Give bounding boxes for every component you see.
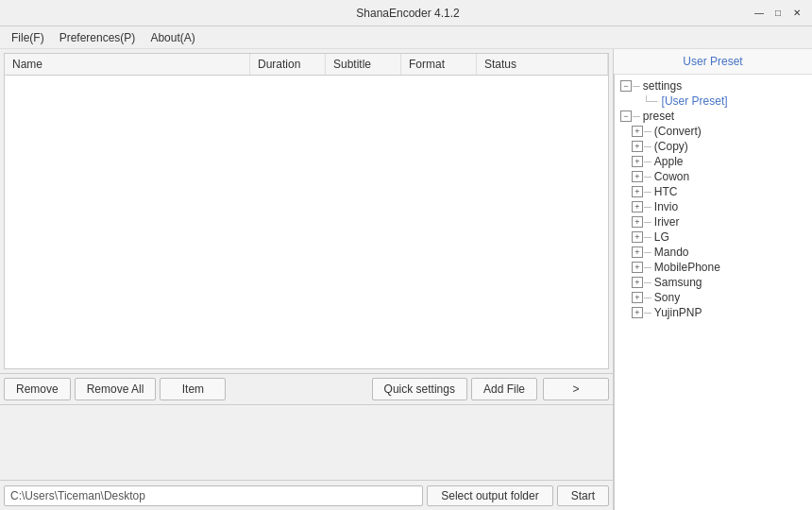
- tree-item-user-preset[interactable]: └─[User Preset]: [615, 94, 812, 109]
- tree-item-yujinpnp[interactable]: + ─ YujinPNP: [615, 305, 812, 320]
- tree-plus-icon: + ─: [632, 126, 652, 137]
- output-area: [0, 404, 613, 480]
- main-layout: Name Duration Subtitle Format Status Rem…: [0, 49, 812, 510]
- remove-button[interactable]: Remove: [4, 378, 71, 400]
- tree-label-apple: Apple: [654, 155, 684, 168]
- menu-about[interactable]: About(A): [143, 29, 202, 46]
- tree-label-convert: (Convert): [654, 125, 702, 138]
- close-button[interactable]: ✕: [789, 6, 804, 21]
- col-header-name: Name: [5, 54, 250, 75]
- file-list-container: Name Duration Subtitle Format Status: [4, 53, 609, 369]
- tree-plus-icon: + ─: [632, 141, 652, 152]
- tree-item-mobilephone[interactable]: + ─ MobilePhone: [615, 260, 812, 275]
- menu-preferences[interactable]: Preferences(P): [52, 29, 144, 46]
- tree-plus-icon: + ─: [632, 307, 652, 318]
- tree-expand-icon: − ─: [620, 110, 641, 122]
- tree-plus-icon: + ─: [632, 171, 652, 182]
- tree-plus-icon: + ─: [632, 292, 652, 303]
- tree-plus-icon: + ─: [632, 262, 652, 273]
- tree-label-mobilephone: MobilePhone: [654, 261, 720, 274]
- col-header-duration: Duration: [250, 54, 326, 75]
- select-output-folder-button[interactable]: Select output folder: [427, 485, 552, 506]
- tree-label-yujinpnp: YujinPNP: [654, 306, 702, 319]
- tree-item-apple[interactable]: + ─ Apple: [615, 154, 812, 169]
- right-panel: User Preset − ─ settings└─[User Preset] …: [614, 49, 812, 510]
- tree-item-sony[interactable]: + ─ Sony: [615, 290, 812, 305]
- preset-tree: − ─ settings└─[User Preset] − ─ preset +…: [614, 75, 812, 510]
- title-bar: ShanaEncoder 4.1.2 — □ ✕: [0, 0, 812, 26]
- chevron-button[interactable]: >: [543, 378, 609, 400]
- tree-label-samsung: Samsung: [654, 276, 702, 289]
- menu-file[interactable]: File(F): [4, 29, 52, 46]
- tree-line-icon: └─: [643, 95, 658, 107]
- remove-all-button[interactable]: Remove All: [75, 378, 157, 400]
- tree-label-preset: preset: [643, 110, 674, 123]
- tree-plus-icon: + ─: [632, 246, 652, 258]
- minimize-button[interactable]: —: [752, 6, 767, 21]
- tree-item-samsung[interactable]: + ─ Samsung: [615, 275, 812, 290]
- start-button[interactable]: Start: [557, 485, 609, 506]
- tree-label-sony: Sony: [654, 291, 680, 304]
- tree-label-user-preset: [User Preset]: [662, 94, 728, 108]
- bottom-bar: Select output folder Start: [0, 480, 613, 510]
- tree-item-cowon[interactable]: + ─ Cowon: [615, 169, 812, 184]
- tree-plus-icon: + ─: [632, 186, 652, 197]
- col-header-format: Format: [401, 54, 477, 75]
- quick-settings-button[interactable]: Quick settings: [372, 378, 467, 400]
- tree-plus-icon: + ─: [632, 156, 652, 167]
- col-header-subtitle: Subtitle: [326, 54, 401, 75]
- item-button[interactable]: Item: [160, 378, 226, 400]
- tree-item-mando[interactable]: + ─ Mando: [615, 245, 812, 260]
- tree-item-settings[interactable]: − ─ settings: [615, 78, 812, 94]
- tree-expand-icon: − ─: [620, 80, 641, 92]
- tree-item-htc[interactable]: + ─ HTC: [615, 184, 812, 199]
- tree-plus-icon: + ─: [632, 231, 652, 243]
- left-panel: Name Duration Subtitle Format Status Rem…: [0, 49, 614, 510]
- tree-label-cowon: Cowon: [654, 170, 689, 183]
- tree-item-iriver[interactable]: + ─ Iriver: [615, 214, 812, 230]
- tree-item-invio[interactable]: + ─ Invio: [615, 199, 812, 214]
- file-list-header: Name Duration Subtitle Format Status: [5, 54, 608, 76]
- tree-item-convert[interactable]: + ─ (Convert): [615, 124, 812, 139]
- tree-item-lg[interactable]: + ─ LG: [615, 230, 812, 245]
- tree-label-htc: HTC: [654, 185, 678, 198]
- output-path-input[interactable]: [4, 485, 423, 506]
- tree-label-settings: settings: [643, 79, 682, 93]
- maximize-button[interactable]: □: [770, 6, 786, 21]
- tree-label-invio: Invio: [654, 200, 678, 213]
- buttons-row: Remove Remove All Item Quick settings Ad…: [0, 373, 613, 404]
- preset-header: User Preset: [614, 49, 812, 75]
- tree-label-mando: Mando: [654, 246, 689, 259]
- tree-item-preset[interactable]: − ─ preset: [615, 109, 812, 124]
- window-controls: — □ ✕: [752, 6, 804, 21]
- tree-plus-icon: + ─: [632, 277, 652, 288]
- tree-plus-icon: + ─: [632, 201, 652, 212]
- tree-label-copy: (Copy): [654, 140, 688, 153]
- tree-item-copy[interactable]: + ─ (Copy): [615, 139, 812, 154]
- add-file-button[interactable]: Add File: [471, 378, 537, 400]
- col-header-status: Status: [477, 54, 608, 75]
- tree-label-iriver: Iriver: [654, 215, 680, 229]
- tree-plus-icon: + ─: [632, 216, 652, 228]
- title-text: ShanaEncoder 4.1.2: [64, 7, 752, 20]
- file-list-body: [5, 76, 608, 368]
- menu-bar: File(F) Preferences(P) About(A): [0, 26, 812, 49]
- tree-label-lg: LG: [654, 230, 669, 244]
